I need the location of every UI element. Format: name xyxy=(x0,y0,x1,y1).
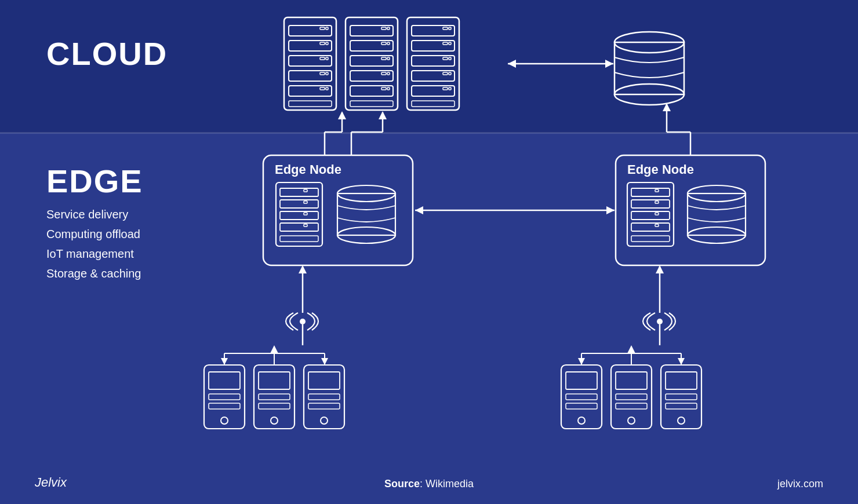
svg-rect-8 xyxy=(320,57,325,60)
edge-nodes-arrow xyxy=(415,206,615,214)
iot-device-left-3 xyxy=(304,365,344,429)
iot-left-arrows xyxy=(221,345,328,365)
svg-rect-63 xyxy=(304,213,307,215)
svg-marker-122 xyxy=(321,358,328,365)
svg-rect-15 xyxy=(326,87,328,90)
svg-rect-77 xyxy=(631,223,670,231)
svg-rect-75 xyxy=(631,211,670,220)
svg-rect-59 xyxy=(304,189,307,192)
svg-rect-140 xyxy=(666,403,697,409)
svg-rect-73 xyxy=(631,200,670,208)
cloud-server-2 xyxy=(346,17,398,110)
svg-rect-30 xyxy=(350,86,393,96)
svg-rect-35 xyxy=(412,25,455,36)
svg-rect-27 xyxy=(350,71,393,81)
svg-rect-40 xyxy=(449,42,451,45)
iot-device-right-2 xyxy=(611,365,652,429)
arrow-iot-left-to-edge-left xyxy=(299,265,307,313)
svg-rect-11 xyxy=(320,72,325,75)
svg-rect-112 xyxy=(308,394,340,400)
svg-point-109 xyxy=(271,417,278,424)
svg-rect-19 xyxy=(381,27,386,30)
svg-rect-26 xyxy=(387,57,390,60)
iot-device-left-2 xyxy=(254,365,295,429)
svg-rect-71 xyxy=(631,188,670,196)
svg-rect-65 xyxy=(304,224,307,227)
svg-rect-1 xyxy=(289,25,332,36)
svg-rect-78 xyxy=(655,224,659,227)
svg-rect-45 xyxy=(443,72,448,75)
svg-rect-72 xyxy=(655,189,659,192)
svg-rect-20 xyxy=(387,27,390,30)
svg-rect-22 xyxy=(381,42,386,45)
arrow-iot-right-to-edge-right xyxy=(656,265,664,313)
svg-rect-33 xyxy=(350,101,393,107)
svg-rect-133 xyxy=(616,372,647,389)
svg-rect-66 xyxy=(280,236,318,242)
svg-marker-55 xyxy=(508,60,516,68)
svg-rect-108 xyxy=(259,403,290,409)
edge-node-left-db xyxy=(337,185,395,243)
svg-rect-32 xyxy=(387,87,390,90)
svg-marker-86 xyxy=(338,111,346,119)
svg-rect-29 xyxy=(387,72,390,75)
svg-point-141 xyxy=(678,417,685,424)
cloud-db-arrow xyxy=(508,60,613,68)
arrow-edge-left-to-cloud-left xyxy=(325,111,346,155)
svg-rect-103 xyxy=(209,403,240,409)
svg-marker-144 xyxy=(578,358,585,365)
edge-node-right-server xyxy=(627,182,674,246)
svg-marker-56 xyxy=(605,60,613,68)
svg-rect-61 xyxy=(304,201,307,203)
svg-rect-4 xyxy=(289,41,332,51)
svg-point-98 xyxy=(300,319,306,324)
svg-rect-105 xyxy=(254,365,295,429)
iot-wireless-left xyxy=(286,313,318,345)
svg-rect-46 xyxy=(449,72,451,75)
svg-marker-151 xyxy=(656,265,664,273)
website-label: jelvix.com xyxy=(777,478,823,490)
cloud-server-3 xyxy=(407,17,459,110)
edge-node-right-title: Edge Node xyxy=(627,162,694,177)
svg-rect-14 xyxy=(320,87,325,90)
svg-rect-5 xyxy=(320,42,325,45)
svg-rect-111 xyxy=(308,372,340,389)
svg-rect-106 xyxy=(259,372,290,389)
svg-rect-100 xyxy=(204,365,245,429)
edge-node-left-server xyxy=(276,182,322,246)
svg-marker-90 xyxy=(379,111,387,119)
svg-rect-36 xyxy=(443,27,448,30)
svg-rect-74 xyxy=(655,201,659,203)
svg-rect-48 xyxy=(443,87,448,90)
svg-rect-43 xyxy=(449,57,451,60)
svg-rect-127 xyxy=(561,365,602,429)
svg-point-114 xyxy=(321,417,328,424)
svg-rect-9 xyxy=(326,57,328,60)
svg-rect-49 xyxy=(449,87,451,90)
svg-rect-25 xyxy=(381,57,386,60)
svg-rect-60 xyxy=(280,200,318,208)
svg-rect-102 xyxy=(209,394,240,400)
iot-device-right-3 xyxy=(661,365,701,429)
svg-rect-70 xyxy=(627,182,674,246)
svg-rect-7 xyxy=(289,56,332,66)
svg-rect-3 xyxy=(326,27,328,30)
brand-label: Jelvix xyxy=(35,475,67,490)
svg-rect-38 xyxy=(412,41,455,51)
svg-rect-2 xyxy=(320,27,325,30)
diagram-svg: Edge Node Edge Node xyxy=(0,0,858,504)
svg-rect-31 xyxy=(381,87,386,90)
svg-rect-24 xyxy=(350,56,393,66)
iot-device-right-1 xyxy=(561,365,602,429)
svg-rect-113 xyxy=(308,403,340,409)
svg-marker-146 xyxy=(627,345,635,353)
svg-rect-23 xyxy=(387,42,390,45)
iot-device-left-1 xyxy=(204,365,245,429)
iot-wireless-right xyxy=(643,313,675,345)
svg-rect-138 xyxy=(666,372,697,389)
source-value: Wikimedia xyxy=(426,478,474,490)
svg-rect-62 xyxy=(280,211,318,220)
svg-rect-16 xyxy=(289,101,332,107)
svg-rect-57 xyxy=(276,182,322,246)
svg-rect-134 xyxy=(616,394,647,400)
